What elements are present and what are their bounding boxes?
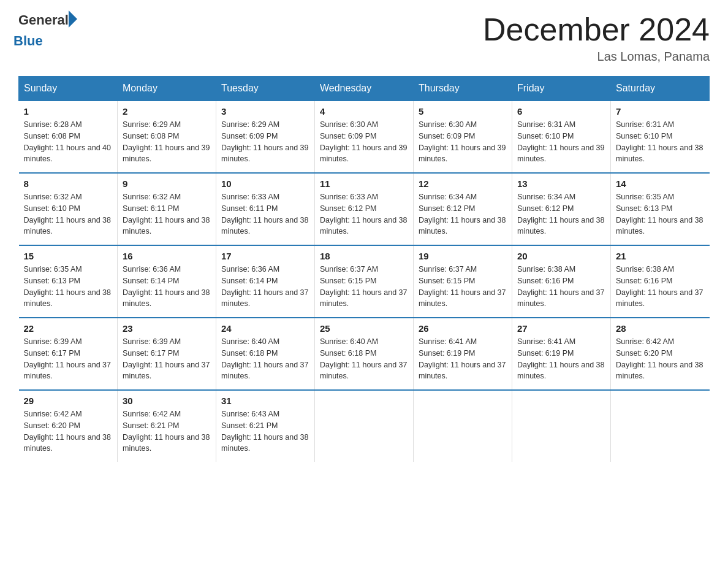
- calendar-week-row: 22 Sunrise: 6:39 AMSunset: 6:17 PMDaylig…: [19, 318, 710, 390]
- calendar-table: SundayMondayTuesdayWednesdayThursdayFrid…: [18, 76, 710, 462]
- calendar-day-cell: [315, 390, 414, 462]
- day-number: 23: [123, 323, 211, 334]
- calendar-day-cell: 27 Sunrise: 6:41 AMSunset: 6:19 PMDaylig…: [512, 318, 611, 390]
- day-detail: Sunrise: 6:36 AMSunset: 6:14 PMDaylight:…: [221, 265, 308, 308]
- day-number: 7: [616, 106, 705, 117]
- calendar-day-cell: 16 Sunrise: 6:36 AMSunset: 6:14 PMDaylig…: [118, 245, 216, 318]
- day-number: 8: [24, 178, 113, 189]
- day-number: 18: [320, 251, 408, 261]
- calendar-day-cell: 8 Sunrise: 6:32 AMSunset: 6:10 PMDayligh…: [19, 173, 118, 245]
- calendar-day-header: Sunday: [19, 77, 118, 101]
- calendar-day-cell: 2 Sunrise: 6:29 AMSunset: 6:08 PMDayligh…: [118, 101, 216, 173]
- day-number: 16: [123, 251, 211, 261]
- calendar-day-header: Saturday: [611, 77, 710, 101]
- day-detail: Sunrise: 6:35 AMSunset: 6:13 PMDaylight:…: [616, 193, 703, 236]
- logo-blue-text: Blue: [13, 33, 77, 49]
- day-detail: Sunrise: 6:43 AMSunset: 6:21 PMDaylight:…: [221, 410, 308, 453]
- calendar-day-cell: [611, 390, 710, 462]
- day-detail: Sunrise: 6:34 AMSunset: 6:12 PMDaylight:…: [517, 193, 604, 236]
- day-detail: Sunrise: 6:42 AMSunset: 6:20 PMDaylight:…: [24, 410, 111, 453]
- calendar-day-cell: 1 Sunrise: 6:28 AMSunset: 6:08 PMDayligh…: [19, 101, 118, 173]
- month-title: December 2024: [483, 12, 710, 47]
- day-number: 28: [616, 323, 705, 334]
- page-header: General Blue December 2024 Las Lomas, Pa…: [18, 12, 710, 64]
- day-number: 27: [517, 323, 605, 334]
- calendar-day-cell: 19 Sunrise: 6:37 AMSunset: 6:15 PMDaylig…: [414, 245, 512, 318]
- calendar-day-cell: 14 Sunrise: 6:35 AMSunset: 6:13 PMDaylig…: [611, 173, 710, 245]
- day-number: 9: [123, 178, 211, 189]
- calendar-day-cell: 23 Sunrise: 6:39 AMSunset: 6:17 PMDaylig…: [118, 318, 216, 390]
- calendar-day-cell: 26 Sunrise: 6:41 AMSunset: 6:19 PMDaylig…: [414, 318, 512, 390]
- calendar-day-cell: 20 Sunrise: 6:38 AMSunset: 6:16 PMDaylig…: [512, 245, 611, 318]
- calendar-day-cell: 10 Sunrise: 6:33 AMSunset: 6:11 PMDaylig…: [216, 173, 315, 245]
- day-detail: Sunrise: 6:40 AMSunset: 6:18 PMDaylight:…: [320, 337, 407, 380]
- day-number: 6: [517, 106, 605, 117]
- day-number: 29: [24, 396, 113, 406]
- day-detail: Sunrise: 6:29 AMSunset: 6:08 PMDaylight:…: [123, 120, 210, 163]
- calendar-day-cell: 12 Sunrise: 6:34 AMSunset: 6:12 PMDaylig…: [414, 173, 512, 245]
- day-detail: Sunrise: 6:37 AMSunset: 6:15 PMDaylight:…: [320, 265, 407, 308]
- calendar-day-cell: 4 Sunrise: 6:30 AMSunset: 6:09 PMDayligh…: [315, 101, 414, 173]
- logo: General Blue: [18, 12, 77, 49]
- calendar-day-cell: 18 Sunrise: 6:37 AMSunset: 6:15 PMDaylig…: [315, 245, 414, 318]
- calendar-week-row: 15 Sunrise: 6:35 AMSunset: 6:13 PMDaylig…: [19, 245, 710, 318]
- calendar-day-cell: 25 Sunrise: 6:40 AMSunset: 6:18 PMDaylig…: [315, 318, 414, 390]
- calendar-week-row: 29 Sunrise: 6:42 AMSunset: 6:20 PMDaylig…: [19, 390, 710, 462]
- calendar-day-cell: 7 Sunrise: 6:31 AMSunset: 6:10 PMDayligh…: [611, 101, 710, 173]
- calendar-day-cell: 22 Sunrise: 6:39 AMSunset: 6:17 PMDaylig…: [19, 318, 118, 390]
- calendar-day-cell: 29 Sunrise: 6:42 AMSunset: 6:20 PMDaylig…: [19, 390, 118, 462]
- location-label: Las Lomas, Panama: [483, 50, 710, 64]
- day-detail: Sunrise: 6:29 AMSunset: 6:09 PMDaylight:…: [221, 120, 308, 163]
- day-number: 30: [123, 396, 211, 406]
- calendar-day-cell: 31 Sunrise: 6:43 AMSunset: 6:21 PMDaylig…: [216, 390, 315, 462]
- day-number: 21: [616, 251, 705, 261]
- calendar-day-cell: 24 Sunrise: 6:40 AMSunset: 6:18 PMDaylig…: [216, 318, 315, 390]
- day-detail: Sunrise: 6:41 AMSunset: 6:19 PMDaylight:…: [517, 337, 604, 380]
- calendar-day-cell: 15 Sunrise: 6:35 AMSunset: 6:13 PMDaylig…: [19, 245, 118, 318]
- day-detail: Sunrise: 6:37 AMSunset: 6:15 PMDaylight:…: [419, 265, 506, 308]
- day-detail: Sunrise: 6:41 AMSunset: 6:19 PMDaylight:…: [419, 337, 506, 380]
- day-number: 24: [221, 323, 309, 334]
- day-number: 26: [419, 323, 507, 334]
- calendar-day-cell: 6 Sunrise: 6:31 AMSunset: 6:10 PMDayligh…: [512, 101, 611, 173]
- day-number: 20: [517, 251, 605, 261]
- day-detail: Sunrise: 6:32 AMSunset: 6:11 PMDaylight:…: [123, 193, 210, 236]
- day-detail: Sunrise: 6:38 AMSunset: 6:16 PMDaylight:…: [517, 265, 604, 308]
- calendar-day-cell: 21 Sunrise: 6:38 AMSunset: 6:16 PMDaylig…: [611, 245, 710, 318]
- day-number: 4: [320, 106, 408, 117]
- calendar-day-cell: 9 Sunrise: 6:32 AMSunset: 6:11 PMDayligh…: [118, 173, 216, 245]
- day-detail: Sunrise: 6:28 AMSunset: 6:08 PMDaylight:…: [24, 120, 111, 163]
- day-number: 10: [221, 178, 309, 189]
- calendar-day-cell: 17 Sunrise: 6:36 AMSunset: 6:14 PMDaylig…: [216, 245, 315, 318]
- calendar-day-cell: 11 Sunrise: 6:33 AMSunset: 6:12 PMDaylig…: [315, 173, 414, 245]
- day-detail: Sunrise: 6:40 AMSunset: 6:18 PMDaylight:…: [221, 337, 308, 380]
- calendar-day-cell: 28 Sunrise: 6:42 AMSunset: 6:20 PMDaylig…: [611, 318, 710, 390]
- logo-arrow-icon: [69, 10, 77, 28]
- day-number: 15: [24, 251, 113, 261]
- day-number: 31: [221, 396, 309, 406]
- title-block: December 2024 Las Lomas, Panama: [483, 12, 710, 64]
- calendar-day-header: Friday: [512, 77, 611, 101]
- day-detail: Sunrise: 6:30 AMSunset: 6:09 PMDaylight:…: [419, 120, 506, 163]
- day-detail: Sunrise: 6:32 AMSunset: 6:10 PMDaylight:…: [24, 193, 111, 236]
- calendar-day-header: Tuesday: [216, 77, 315, 101]
- day-number: 17: [221, 251, 309, 261]
- calendar-day-cell: [512, 390, 611, 462]
- calendar-day-cell: 5 Sunrise: 6:30 AMSunset: 6:09 PMDayligh…: [414, 101, 512, 173]
- day-detail: Sunrise: 6:31 AMSunset: 6:10 PMDaylight:…: [616, 120, 703, 163]
- calendar-day-header: Thursday: [414, 77, 512, 101]
- day-detail: Sunrise: 6:38 AMSunset: 6:16 PMDaylight:…: [616, 265, 703, 308]
- day-detail: Sunrise: 6:34 AMSunset: 6:12 PMDaylight:…: [419, 193, 506, 236]
- day-number: 5: [419, 106, 507, 117]
- day-detail: Sunrise: 6:33 AMSunset: 6:11 PMDaylight:…: [221, 193, 308, 236]
- day-number: 13: [517, 178, 605, 189]
- day-detail: Sunrise: 6:33 AMSunset: 6:12 PMDaylight:…: [320, 193, 407, 236]
- calendar-week-row: 1 Sunrise: 6:28 AMSunset: 6:08 PMDayligh…: [19, 101, 710, 173]
- calendar-day-cell: 30 Sunrise: 6:42 AMSunset: 6:21 PMDaylig…: [118, 390, 216, 462]
- calendar-day-cell: [414, 390, 512, 462]
- calendar-day-header: Wednesday: [315, 77, 414, 101]
- day-number: 25: [320, 323, 408, 334]
- day-detail: Sunrise: 6:39 AMSunset: 6:17 PMDaylight:…: [24, 337, 111, 380]
- day-number: 12: [419, 178, 507, 189]
- day-number: 1: [24, 106, 113, 117]
